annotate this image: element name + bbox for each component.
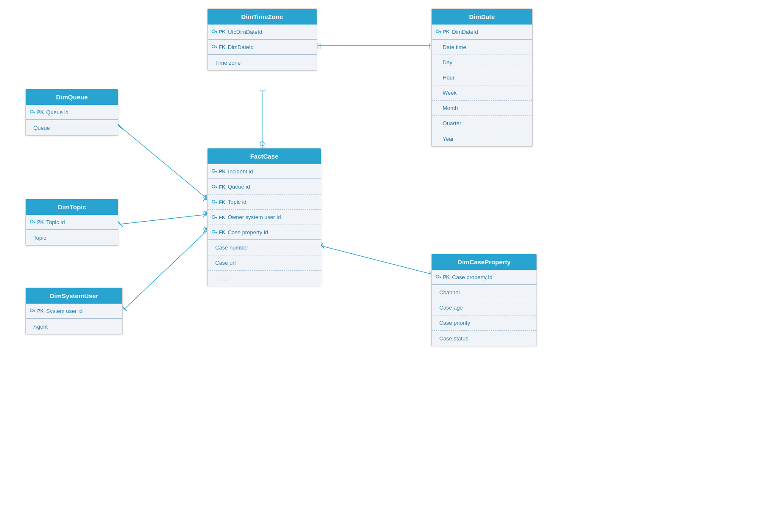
pk-badge: PK — [211, 168, 225, 175]
svg-rect-65 — [33, 310, 35, 311]
key-icon — [211, 28, 218, 35]
table-row: Month — [432, 101, 532, 116]
svg-line-11 — [118, 124, 123, 129]
svg-point-67 — [436, 275, 439, 278]
field-name: Topic id — [228, 199, 246, 205]
field-name: Topic — [33, 235, 46, 241]
svg-line-20 — [203, 212, 207, 217]
key-icon — [211, 168, 218, 175]
svg-point-55 — [212, 215, 215, 218]
table-row: Case age — [432, 300, 537, 315]
fk-badge: FK — [211, 44, 225, 50]
key-type-label: FK — [219, 200, 225, 205]
entity-dimtimezone: DimTimeZone PK UtcDimDateId FK DimDateId… — [207, 8, 317, 71]
key-type-label: PK — [37, 110, 44, 115]
field-name: Incident id — [228, 168, 253, 175]
field-name: Queue — [33, 125, 50, 131]
fk-badge: FK — [211, 199, 225, 206]
svg-point-46 — [212, 170, 215, 173]
table-row: Channel — [432, 285, 537, 300]
key-type-label: PK — [443, 29, 449, 34]
table-row: Hour — [432, 70, 532, 85]
svg-point-9 — [260, 142, 264, 146]
key-type-label: PK — [37, 219, 44, 225]
key-icon — [29, 219, 36, 225]
svg-point-34 — [212, 30, 215, 33]
table-row: FK Case property id — [208, 225, 321, 240]
field-name: System user id — [46, 308, 82, 314]
table-row: PK System user id — [26, 304, 122, 319]
field-name: Topic id — [46, 219, 65, 225]
svg-line-22 — [125, 230, 207, 309]
table-row: FK Topic id — [208, 195, 321, 210]
table-row: PK Incident id — [208, 164, 321, 179]
svg-rect-36 — [216, 32, 217, 33]
field-name: Date time — [435, 44, 466, 50]
field-name: Week — [435, 90, 457, 96]
svg-point-64 — [30, 309, 33, 312]
key-icon — [29, 307, 36, 314]
svg-rect-41 — [439, 31, 441, 32]
field-name: Case property id — [452, 274, 492, 280]
table-row: PK DimDateId — [432, 25, 532, 40]
fk-badge: FK — [211, 184, 225, 190]
entity-header-dimqueue: DimQueue — [26, 89, 118, 105]
entity-body-factcase: PK Incident id FK Queue id FK Topic id — [208, 164, 321, 286]
key-icon — [211, 184, 218, 190]
table-row: PK UtcDimDateId — [208, 25, 317, 40]
field-name: UtcDimDateId — [228, 29, 262, 35]
connectors-layer — [0, 0, 761, 532]
svg-point-43 — [30, 110, 33, 113]
key-type-label: FK — [219, 184, 225, 189]
svg-rect-44 — [33, 112, 35, 112]
svg-rect-51 — [216, 187, 217, 188]
svg-rect-62 — [33, 222, 35, 222]
svg-rect-48 — [216, 172, 217, 173]
key-type-label: PK — [219, 29, 225, 34]
table-row: ...... — [208, 271, 321, 286]
key-icon — [435, 274, 442, 280]
entity-body-dimcaseproperty: PK Case property id Channel Case age Cas… — [432, 270, 537, 346]
entity-body-dimtimezone: PK UtcDimDateId FK DimDateId Time zone — [208, 25, 317, 70]
svg-rect-42 — [440, 32, 441, 33]
entity-header-dimcaseproperty: DimCaseProperty — [432, 254, 537, 270]
table-row: Case url — [208, 255, 321, 271]
svg-rect-60 — [216, 233, 217, 233]
field-name: Case number — [215, 244, 248, 251]
diagram-canvas: DimTimeZone PK UtcDimDateId FK DimDateId… — [0, 0, 761, 532]
svg-rect-69 — [440, 277, 441, 278]
table-row: Agent — [26, 319, 122, 334]
table-row: PK Queue id — [26, 105, 118, 120]
svg-rect-50 — [215, 186, 217, 187]
entity-dimsystemuser: DimSystemUser PK System user id Agent — [25, 288, 123, 335]
key-icon — [435, 28, 442, 35]
field-name: Channel — [439, 289, 460, 296]
entity-dimtopic: DimTopic PK Topic id Topic — [25, 199, 118, 246]
key-type-label: FK — [219, 44, 225, 49]
table-row: FK Owner system user id — [208, 210, 321, 225]
key-icon — [29, 109, 36, 115]
table-row: PK Topic id — [26, 215, 118, 230]
pk-badge: PK — [29, 307, 44, 314]
key-icon — [211, 199, 218, 206]
entity-dimcaseproperty: DimCaseProperty PK Case property id Chan… — [431, 254, 537, 346]
svg-line-16 — [120, 214, 207, 224]
svg-point-37 — [212, 45, 215, 48]
svg-rect-35 — [215, 31, 217, 32]
key-icon — [211, 229, 218, 236]
svg-line-28 — [322, 246, 431, 274]
table-row: Time zone — [208, 55, 317, 70]
field-name: Queue id — [228, 184, 250, 190]
pk-badge: PK — [211, 28, 225, 35]
svg-line-23 — [123, 306, 127, 311]
table-row: Year — [432, 131, 532, 146]
key-type-label: PK — [443, 274, 449, 280]
svg-rect-45 — [34, 112, 35, 113]
entity-header-dimtimezone: DimTimeZone — [208, 9, 317, 25]
pk-badge: PK — [29, 109, 44, 115]
svg-point-58 — [212, 230, 215, 233]
entity-header-dimdate: DimDate — [432, 9, 532, 25]
field-name: DimDateId — [452, 29, 478, 35]
table-row: Week — [432, 85, 532, 101]
svg-rect-59 — [215, 232, 217, 233]
